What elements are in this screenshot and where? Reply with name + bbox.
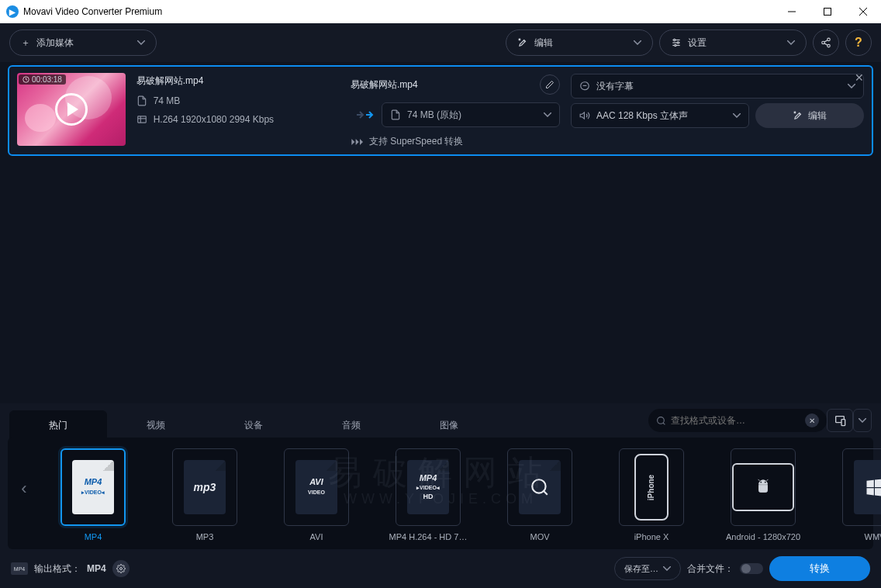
bottom-bar: MP4 输出格式： MP4 保存至… 合并文件： 转换 — [0, 549, 881, 588]
tools-icon — [517, 37, 528, 48]
format-search-input[interactable] — [671, 415, 800, 426]
share-icon — [821, 37, 831, 48]
pencil-icon — [545, 80, 555, 89]
scroll-prev-button[interactable]: ‹ — [14, 465, 34, 512]
target-filename: 易破解网站.mp4 — [351, 78, 418, 92]
share-button[interactable] — [813, 29, 839, 56]
minimize-button[interactable] — [774, 0, 810, 23]
svg-point-30 — [741, 564, 751, 573]
svg-point-12 — [827, 44, 831, 47]
file-item[interactable]: ✕ 00:03:18 易破解网站.mp4 74 MB H.264 1920x10… — [8, 65, 873, 156]
merge-toggle[interactable] — [740, 562, 763, 575]
chevron-down-icon — [544, 112, 551, 117]
target-size-select[interactable]: 74 MB (原始) — [382, 102, 560, 127]
svg-point-27 — [765, 482, 766, 483]
edit-dropdown-button[interactable]: 编辑 — [506, 29, 653, 56]
edit-item-button[interactable]: 编辑 — [755, 103, 864, 128]
svg-point-7 — [674, 39, 675, 40]
app-icon: ▶ — [6, 5, 19, 18]
sliders-icon — [671, 37, 682, 48]
settings-label: 设置 — [688, 36, 707, 50]
arrow-right-icon — [355, 109, 377, 120]
video-thumbnail[interactable]: 00:03:18 — [17, 73, 126, 146]
tab-audio[interactable]: 音频 — [302, 410, 400, 440]
format-card-android[interactable]: Android - 1280x720 — [717, 448, 810, 541]
subtitle-select[interactable]: 没有字幕 — [571, 74, 864, 99]
svg-point-10 — [827, 38, 831, 41]
superspeed-label: 支持 SuperSpeed 转换 — [369, 135, 463, 148]
format-card-iphone[interactable]: iPhone iPhone X — [605, 448, 698, 541]
chevron-down-icon — [733, 113, 741, 118]
clear-search-button[interactable]: ✕ — [805, 413, 819, 427]
collapse-panel-button[interactable] — [853, 409, 872, 432]
target-info: 易破解网站.mp4 74 MB (原始) 支持 SuperSpeed 转换 — [351, 73, 560, 148]
target-size-value: 74 MB (原始) — [407, 109, 461, 122]
source-filename: 易破解网站.mp4 — [136, 74, 204, 88]
close-button[interactable] — [845, 0, 881, 23]
source-size: 74 MB — [154, 95, 181, 106]
format-cards-panel: ‹ › MP4▸VIDEO◂ MP4 mp3 MP3 AVIVIDEO AVI … — [8, 438, 873, 549]
window-title: Movavi Video Converter Premium — [23, 6, 162, 17]
output-options: 没有字幕 AAC 128 Kbps 立体声 编辑 — [571, 73, 864, 148]
resolution-icon — [136, 114, 147, 125]
format-card-mp3[interactable]: mp3 MP3 — [158, 448, 251, 541]
format-card-mov[interactable]: MOV — [493, 448, 586, 541]
tab-popular[interactable]: 热门 — [9, 410, 107, 440]
chevron-down-icon — [848, 84, 855, 88]
rename-button[interactable] — [540, 74, 560, 95]
chevron-down-icon — [137, 40, 145, 45]
format-card-wmv[interactable]: WMV — [828, 448, 881, 541]
chevron-down-icon — [634, 40, 641, 45]
format-search[interactable]: ✕ — [648, 409, 827, 432]
help-button[interactable]: ? — [845, 29, 872, 56]
convert-button[interactable]: 转换 — [769, 556, 870, 581]
duration-badge: 00:03:18 — [19, 74, 66, 85]
format-card-mp4[interactable]: MP4▸VIDEO◂ MP4 — [47, 448, 140, 541]
bottom-panel: 热门 视频 设备 音频 图像 ✕ ‹ › MP4▸VIDEO◂ MP4 mp3 … — [0, 403, 881, 588]
svg-line-14 — [824, 43, 827, 45]
audio-select[interactable]: AAC 128 Kbps 立体声 — [571, 103, 749, 128]
subtitle-value: 没有字幕 — [596, 80, 634, 93]
tab-video[interactable]: 视频 — [107, 410, 205, 440]
svg-point-11 — [822, 41, 825, 44]
speaker-icon — [579, 110, 590, 121]
output-format-icon: MP4 — [11, 562, 28, 575]
detect-device-button[interactable] — [827, 409, 853, 432]
maximize-button[interactable] — [810, 0, 845, 23]
output-settings-button[interactable] — [112, 560, 130, 577]
format-card-mp4-hd[interactable]: MP4▸VIDEO◂HD MP4 H.264 - HD 7… — [382, 448, 475, 541]
tab-device[interactable]: 设备 — [205, 410, 302, 440]
play-icon[interactable] — [55, 93, 88, 126]
titlebar: ▶ Movavi Video Converter Premium — [0, 0, 881, 23]
remove-item-button[interactable]: ✕ — [855, 71, 864, 84]
windows-icon — [864, 476, 881, 498]
format-card-avi[interactable]: AVIVIDEO AVI — [270, 448, 363, 541]
svg-marker-20 — [580, 112, 584, 119]
output-format-label: 输出格式： — [34, 562, 81, 576]
svg-rect-24 — [841, 420, 845, 426]
add-media-label: 添加媒体 — [36, 36, 74, 50]
add-media-button[interactable]: ＋ 添加媒体 — [9, 29, 157, 56]
format-tabs: 热门 视频 设备 音频 图像 ✕ — [0, 403, 881, 438]
svg-line-22 — [663, 423, 665, 424]
tab-image[interactable]: 图像 — [400, 410, 498, 440]
svg-point-26 — [760, 482, 762, 483]
edit-label: 编辑 — [534, 36, 553, 50]
svg-rect-1 — [824, 9, 831, 16]
merge-label: 合并文件： — [687, 562, 734, 576]
tools-icon — [793, 110, 803, 121]
source-info: 易破解网站.mp4 74 MB H.264 1920x1080 2994 Kbp… — [136, 73, 340, 148]
file-list: ✕ 00:03:18 易破解网站.mp4 74 MB H.264 1920x10… — [0, 62, 881, 159]
audio-value: AAC 128 Kbps 立体声 — [596, 109, 688, 123]
settings-dropdown-button[interactable]: 设置 — [659, 29, 807, 56]
svg-point-8 — [677, 42, 679, 43]
svg-point-9 — [675, 44, 676, 46]
file-icon — [136, 95, 147, 106]
output-format-value: MP4 — [87, 563, 106, 574]
device-icon — [834, 414, 846, 427]
svg-point-28 — [119, 568, 122, 570]
android-icon — [755, 479, 772, 496]
chevron-down-icon — [663, 566, 671, 571]
save-to-select[interactable]: 保存至… — [614, 557, 681, 580]
toolbar: ＋ 添加媒体 编辑 设置 ? — [0, 23, 881, 62]
